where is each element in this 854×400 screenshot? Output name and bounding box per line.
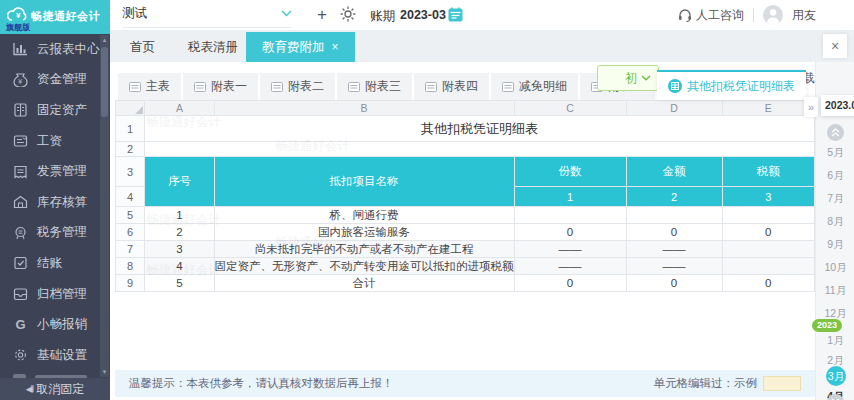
cell-copies[interactable]: —— xyxy=(514,258,626,275)
sidebar-item-inventory[interactable]: 库存核算 xyxy=(0,187,110,218)
row-number[interactable]: 6 xyxy=(116,224,145,241)
col-header-a[interactable]: A xyxy=(145,101,214,116)
cell-item-name[interactable]: 合计 xyxy=(214,275,514,292)
sidebar-item-xiaochang-expense[interactable]: G 小畅报销 xyxy=(0,309,110,340)
subtab-main-table[interactable]: 主表 xyxy=(118,73,181,100)
col-header-e[interactable]: E xyxy=(722,101,814,116)
cell-copies[interactable]: —— xyxy=(514,241,626,258)
cell-seq[interactable]: 2 xyxy=(145,224,214,241)
user-avatar[interactable] xyxy=(763,5,783,25)
add-account-button[interactable]: + xyxy=(310,3,334,27)
sidebar-item-invoices[interactable]: 发票管理 xyxy=(0,156,110,187)
header-col-2[interactable]: 2 xyxy=(626,187,722,207)
empty-cell[interactable] xyxy=(145,142,815,157)
sheet-icon xyxy=(425,82,437,92)
cell-copies[interactable] xyxy=(514,207,626,224)
header-col-1[interactable]: 1 xyxy=(514,187,626,207)
sidebar-item-salary[interactable]: 工资 xyxy=(0,126,110,157)
tab-education-surcharge[interactable]: 教育费附加 × xyxy=(246,32,355,62)
subtab-appendix-4[interactable]: 附表四 xyxy=(414,73,489,100)
unpin-sidebar-button[interactable]: ◀‖ 取消固定 xyxy=(0,378,110,400)
month-jul[interactable]: 7月 xyxy=(816,192,854,206)
cell-amount[interactable] xyxy=(626,207,722,224)
row-number[interactable]: 2 xyxy=(116,142,145,157)
cell-tax[interactable] xyxy=(722,241,814,258)
month-jun[interactable]: 6月 xyxy=(816,169,854,183)
close-panel-button[interactable]: × xyxy=(823,34,847,58)
header-col-3[interactable]: 3 xyxy=(722,187,814,207)
select-all-corner[interactable] xyxy=(116,101,145,116)
cell-item-name[interactable]: 桥、闸通行费 xyxy=(214,207,514,224)
period-value[interactable]: 2023-03 xyxy=(400,8,446,22)
rail-scroll-up-button[interactable] xyxy=(827,124,844,141)
month-jan[interactable]: 1月 xyxy=(816,334,854,348)
sidebar-item-fixed-assets[interactable]: 固定资产 xyxy=(0,95,110,126)
subtab-appendix-1[interactable]: 附表一 xyxy=(183,73,258,100)
header-item-name[interactable]: 抵扣项目名称 xyxy=(214,157,514,207)
scroll-up-icon[interactable]: ▲ xyxy=(100,37,109,43)
row-number[interactable]: 1 xyxy=(116,116,145,142)
row-number[interactable]: 7 xyxy=(116,241,145,258)
cell-copies[interactable]: 0 xyxy=(514,275,626,292)
sidebar-item-cloud-reports[interactable]: 云报表中心 xyxy=(0,34,110,65)
calendar-icon[interactable] xyxy=(448,7,463,26)
settings-button[interactable] xyxy=(340,6,356,26)
cell-amount[interactable]: 0 xyxy=(626,224,722,241)
cell-tax[interactable] xyxy=(722,207,814,224)
cell-tax[interactable]: 0 xyxy=(722,224,814,241)
support-button[interactable]: 人工咨询 xyxy=(678,7,744,24)
gear-icon xyxy=(340,6,356,22)
month-may[interactable]: 5月 xyxy=(816,146,854,160)
row-number[interactable]: 8 xyxy=(116,258,145,275)
cell-seq[interactable]: 1 xyxy=(145,207,214,224)
subtab-reduction-detail[interactable]: 减免明细 xyxy=(491,73,578,100)
cell-item-name[interactable]: 国内旅客运输服务 xyxy=(214,224,514,241)
sidebar-item-closing[interactable]: 结账 xyxy=(0,248,110,279)
row-number[interactable]: 4 xyxy=(116,187,145,207)
col-header-b[interactable]: B xyxy=(214,101,514,116)
sidebar-item-settings[interactable]: 基础设置 xyxy=(0,340,110,371)
col-header-c[interactable]: C xyxy=(514,101,626,116)
cell-amount[interactable]: 0 xyxy=(626,275,722,292)
sidebar-scrollbar[interactable]: ▲ ▼ xyxy=(100,35,109,377)
col-header-d[interactable]: D xyxy=(626,101,722,116)
sidebar-item-archive[interactable]: 归档管理 xyxy=(0,279,110,310)
cell-seq[interactable]: 5 xyxy=(145,275,214,292)
cell-seq[interactable]: 3 xyxy=(145,241,214,258)
rail-current-period[interactable]: 2023.03 xyxy=(821,95,854,116)
month-mar-selected[interactable]: 3月 xyxy=(826,366,846,386)
month-aug[interactable]: 8月 xyxy=(816,215,854,229)
sidebar-item-tax[interactable]: 税务管理 xyxy=(0,218,110,249)
subtab-other-deduction-detail[interactable]: 其他扣税凭证明细表 xyxy=(657,70,806,100)
sidebar-item-funds[interactable]: ¥ 资金管理 xyxy=(0,65,110,96)
row-number[interactable]: 3 xyxy=(116,157,145,187)
month-sep[interactable]: 9月 xyxy=(816,238,854,252)
cell-item-name[interactable]: 尚未抵扣完毕的不动产或者不动产在建工程 xyxy=(214,241,514,258)
header-amount[interactable]: 金额 xyxy=(626,157,722,187)
rail-collapse-button[interactable]: » xyxy=(804,97,818,117)
close-icon[interactable]: × xyxy=(332,32,339,62)
period-mode-dropdown[interactable]: 初 xyxy=(597,65,659,91)
month-oct[interactable]: 10月 xyxy=(816,261,854,275)
header-seq[interactable]: 序号 xyxy=(145,157,214,207)
row-number[interactable]: 5 xyxy=(116,207,145,224)
subtab-appendix-2[interactable]: 附表二 xyxy=(260,73,335,100)
subtab-appendix-3[interactable]: 附表三 xyxy=(337,73,412,100)
row-number[interactable]: 9 xyxy=(116,275,145,292)
cell-copies[interactable]: 0 xyxy=(514,224,626,241)
company-selector[interactable]: 测试 xyxy=(122,0,292,28)
sheet-title-cell[interactable]: 其他扣税凭证明细表 xyxy=(145,116,815,142)
scroll-down-icon[interactable]: ▼ xyxy=(100,369,109,375)
cell-tax[interactable]: 0 xyxy=(722,275,814,292)
app-logo[interactable]: ¥ 畅捷通好会计 旗舰版 xyxy=(0,0,110,34)
tab-home[interactable]: 首页 xyxy=(114,32,171,62)
cell-seq[interactable]: 4 xyxy=(145,258,214,275)
cell-tax[interactable] xyxy=(722,258,814,275)
cell-item-name[interactable]: 固定资产、无形资产、不动产转变用途可以抵扣的进项税额 xyxy=(214,258,514,275)
header-tax[interactable]: 税额 xyxy=(722,157,814,187)
month-nov[interactable]: 11月 xyxy=(816,284,854,298)
header-copies[interactable]: 份数 xyxy=(514,157,626,187)
cell-amount[interactable]: —— xyxy=(626,241,722,258)
cell-amount[interactable]: —— xyxy=(626,258,722,275)
scrollbar-thumb[interactable] xyxy=(101,47,108,117)
